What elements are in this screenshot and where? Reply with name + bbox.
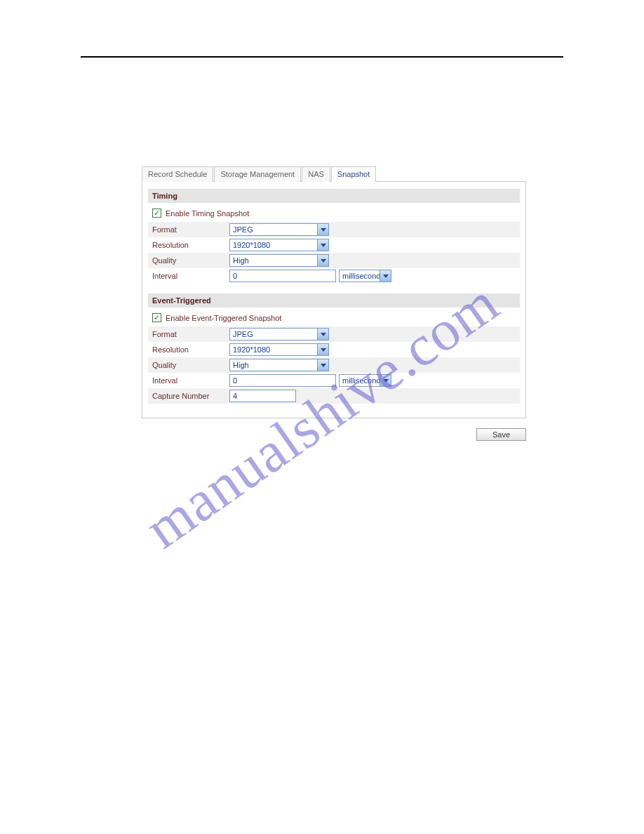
timing-interval-unit-value: millisecond	[342, 272, 380, 280]
chevron-down-icon	[380, 270, 391, 282]
timing-format-select[interactable]: JPEG	[229, 223, 329, 236]
timing-quality-value: High	[233, 256, 249, 265]
timing-resolution-row: Resolution 1920*1080	[148, 237, 520, 253]
timing-quality-label: Quality	[152, 256, 229, 265]
tab-nas[interactable]: NAS	[302, 166, 330, 182]
event-quality-value: High	[233, 361, 249, 369]
event-interval-unit-value: millisecond	[342, 376, 380, 385]
event-capture-input[interactable]: 4	[229, 390, 296, 402]
enable-timing-row: Enable Timing Snapshot	[148, 203, 520, 222]
timing-interval-unit-select[interactable]: millisecond	[339, 270, 391, 282]
chevron-down-icon	[380, 375, 391, 386]
event-quality-row: Quality High	[148, 357, 520, 373]
event-interval-unit-select[interactable]: millisecond	[339, 374, 391, 387]
snapshot-panel: Timing Enable Timing Snapshot Format JPE…	[142, 182, 526, 418]
event-capture-label: Capture Number	[152, 392, 229, 400]
chevron-down-icon	[317, 239, 328, 251]
event-quality-select[interactable]: High	[229, 359, 329, 371]
enable-event-row: Enable Event-Triggered Snapshot	[148, 307, 520, 326]
event-format-row: Format JPEG	[148, 326, 520, 342]
tab-storage-management[interactable]: Storage Management	[214, 166, 301, 182]
chevron-down-icon	[317, 224, 328, 235]
event-resolution-label: Resolution	[152, 345, 229, 354]
section-spacer	[148, 284, 520, 293]
event-format-value: JPEG	[233, 330, 253, 338]
timing-interval-input[interactable]: 0	[229, 270, 336, 282]
timing-format-value: JPEG	[233, 225, 253, 234]
event-resolution-row: Resolution 1920*1080	[148, 342, 520, 357]
timing-interval-label: Interval	[152, 272, 229, 280]
timing-resolution-label: Resolution	[152, 241, 229, 249]
event-resolution-select[interactable]: 1920*1080	[229, 343, 329, 356]
event-quality-label: Quality	[152, 361, 229, 369]
timing-quality-row: Quality High	[148, 253, 520, 268]
event-format-label: Format	[152, 330, 229, 338]
timing-resolution-select[interactable]: 1920*1080	[229, 239, 329, 251]
event-resolution-value: 1920*1080	[233, 345, 270, 354]
timing-section-header: Timing	[148, 189, 520, 203]
save-button[interactable]: Save	[476, 428, 526, 441]
settings-panel: Record Schedule Storage Management NAS S…	[142, 166, 526, 441]
tab-snapshot[interactable]: Snapshot	[331, 166, 376, 182]
enable-timing-label: Enable Timing Snapshot	[166, 209, 249, 218]
enable-event-checkbox[interactable]	[152, 313, 161, 322]
event-interval-label: Interval	[152, 376, 229, 385]
chevron-down-icon	[317, 359, 328, 371]
chevron-down-icon	[317, 344, 328, 355]
event-interval-input[interactable]: 0	[229, 374, 336, 387]
timing-format-row: Format JPEG	[148, 222, 520, 237]
tab-bar: Record Schedule Storage Management NAS S…	[142, 166, 526, 182]
timing-interval-row: Interval 0 millisecond	[148, 268, 520, 284]
button-row: Save	[142, 428, 526, 441]
page-header-rule	[81, 56, 563, 58]
timing-quality-select[interactable]: High	[229, 254, 329, 267]
event-format-select[interactable]: JPEG	[229, 328, 329, 340]
chevron-down-icon	[317, 255, 328, 266]
timing-resolution-value: 1920*1080	[233, 241, 270, 249]
event-interval-row: Interval 0 millisecond	[148, 373, 520, 388]
timing-format-label: Format	[152, 225, 229, 234]
enable-event-label: Enable Event-Triggered Snapshot	[166, 314, 281, 322]
event-capture-row: Capture Number 4	[148, 388, 520, 404]
enable-timing-checkbox[interactable]	[152, 208, 161, 218]
chevron-down-icon	[317, 329, 328, 340]
event-section-header: Event-Triggered	[148, 293, 520, 307]
tab-record-schedule[interactable]: Record Schedule	[142, 166, 213, 182]
